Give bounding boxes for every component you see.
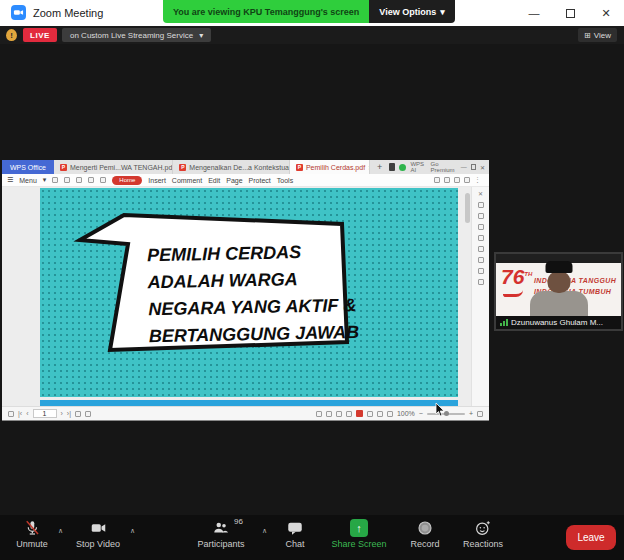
wps-ai-label[interactable]: WPS AI [410,161,426,173]
double-page-icon[interactable] [346,411,352,417]
wps-maximize-icon[interactable] [471,164,476,170]
zoom-in-icon[interactable]: + [469,410,473,417]
ribbon-tab-protect[interactable]: Protect [249,177,271,184]
wps-minimize-icon[interactable]: — [461,164,467,170]
menu-right-tools: ⋮ [434,176,484,184]
print-icon[interactable] [76,177,82,183]
maximize-button[interactable] [552,0,588,26]
fit-width-icon[interactable] [367,411,373,417]
wps-window-controls: WPS AI Go Premium — ✕ [389,160,489,174]
participants-button[interactable]: 96 Participants [186,519,256,549]
participant-face [547,271,570,293]
signature-icon[interactable] [478,235,484,241]
next-page-icon[interactable]: › [61,410,63,417]
close-panel-icon[interactable]: ✕ [478,190,483,197]
last-page-icon[interactable]: ›| [67,410,71,417]
record-button[interactable]: Record [398,519,452,549]
rotate-icon[interactable] [85,411,91,417]
streaming-service-dropdown[interactable]: on Custom Live Streaming Service ▾ [62,28,211,42]
full-screen-icon[interactable] [387,411,393,417]
live-badge: LIVE [23,28,57,42]
ribbon-tab-edit[interactable]: Edit [208,177,220,184]
convert-icon[interactable] [478,224,484,230]
reactions-button[interactable]: Reactions [452,519,514,549]
annotate-icon[interactable] [478,202,484,208]
stop-video-button[interactable]: Stop Video [68,519,128,549]
ribbon-tab-comment[interactable]: Comment [172,177,202,184]
share-screen-button[interactable]: ↑ Share Screen [326,519,392,549]
caret-down-icon: ▾ [43,176,47,184]
first-page-icon[interactable]: |‹ [18,410,22,417]
document-tab-3-active[interactable]: P Pemilih Cerdas.pdf ✕ [290,160,370,174]
redo-icon[interactable] [100,177,106,183]
video-options-chevron[interactable]: ∧ [130,527,135,535]
chat-button[interactable]: Chat [272,519,318,549]
settings-icon[interactable] [454,177,460,183]
participant-cap [545,261,572,273]
compress-icon[interactable] [478,257,484,263]
wps-app-icon[interactable] [389,163,395,171]
unmute-button[interactable]: Unmute [6,519,58,549]
participant-name-bar: Dzunuwanus Ghulam M... [496,316,621,329]
zoom-slider[interactable] [427,413,465,415]
undo-icon[interactable] [88,177,94,183]
participant-video-frame: 76TH INDONESIA TANGGUH INDONESIA TUMBUH [496,263,621,316]
like-icon[interactable] [444,177,450,183]
read-mode-icon[interactable] [326,411,332,417]
minimize-icon: — [529,7,540,19]
wps-ai-icon[interactable] [399,164,406,171]
document-tab-2[interactable]: P Mengenalkan De...a Kontekstual ◎ [173,160,290,174]
wps-close-icon[interactable]: ✕ [480,164,485,171]
ribbon-tab-tools[interactable]: Tools [277,177,293,184]
live-status-bar: ! LIVE on Custom Live Streaming Service … [0,26,624,44]
minimize-button[interactable]: — [516,0,552,26]
app-title: Zoom Meeting [33,7,103,19]
participants-options-chevron[interactable]: ∧ [262,527,267,535]
expand-icon[interactable] [477,411,483,417]
slide-text: PEMILIH CERDAS ADALAH WARGA NEGARA YANG … [147,238,369,351]
vertical-scrollbar[interactable] [465,193,470,223]
menu-button[interactable]: Menu [19,177,37,184]
view-layout-button[interactable]: ⊞ View [578,28,617,42]
share-doc-icon[interactable] [434,177,440,183]
edit-text-icon[interactable] [478,213,484,219]
thumbnail-view-icon[interactable] [8,411,14,417]
pdf-slide-page: PEMILIH CERDAS ADALAH WARGA NEGARA YANG … [40,188,458,397]
ribbon-tab-home[interactable]: Home [112,176,142,185]
view-options-button[interactable]: View Options ▾ [369,0,454,23]
open-file-icon[interactable] [52,177,58,183]
mouse-cursor [435,403,445,417]
save-icon[interactable] [64,177,70,183]
zoom-level-label: 100% [397,410,415,417]
meeting-toolbar: Unmute ∧ Stop Video ∧ 96 Participants ∧ [0,515,624,560]
go-premium-label[interactable]: Go Premium [431,161,457,173]
ribbon-tab-page[interactable]: Page [226,177,242,184]
wps-tab-bar: WPS Office P Mengerti Pemi...WA TENGAH.p… [2,160,489,174]
close-button[interactable]: ✕ [588,0,624,26]
extract-icon[interactable] [478,279,484,285]
prev-page-icon[interactable]: ‹ [26,410,28,417]
print-tool-icon[interactable] [478,268,484,274]
highlight-icon[interactable] [478,246,484,252]
presentation-mode-icon[interactable] [356,410,363,417]
comment-bubble-icon[interactable] [464,177,470,183]
ribbon-tab-insert[interactable]: Insert [148,177,166,184]
more-icon[interactable]: ⋮ [474,176,481,184]
audio-options-chevron[interactable]: ∧ [58,527,63,535]
logo-flag-swoosh [503,290,523,297]
document-tab-1[interactable]: P Mengerti Pemi...WA TENGAH.pdf ◎ [54,160,173,174]
zoom-out-icon[interactable]: − [419,410,423,417]
shared-screen-content: WPS Office P Mengerti Pemi...WA TENGAH.p… [2,160,489,421]
new-tab-button[interactable]: + [370,160,389,174]
bookmark-icon[interactable] [316,411,322,417]
page-number-input[interactable] [33,409,57,418]
caret-down-icon: ▾ [199,31,203,40]
participant-video-tile[interactable]: 76TH INDONESIA TANGGUH INDONESIA TUMBUH … [494,252,623,331]
wps-home-tab[interactable]: WPS Office [2,160,54,174]
window-title-bar: Zoom Meeting You are viewing KPU Temangg… [0,0,624,26]
single-page-icon[interactable] [336,411,342,417]
auto-scroll-icon[interactable] [75,411,81,417]
leave-button[interactable]: Leave [566,525,616,550]
participants-count: 96 [234,517,243,526]
fit-page-icon[interactable] [377,411,383,417]
